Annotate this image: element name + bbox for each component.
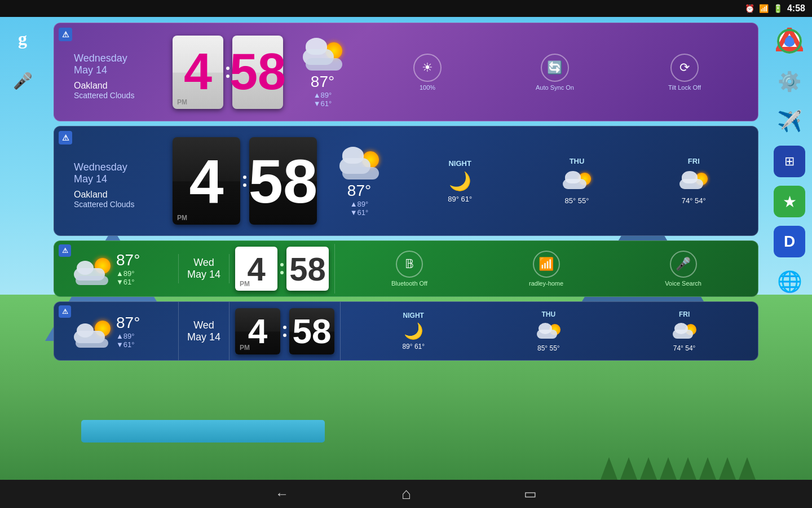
widget4-date-text: May 14 (187, 331, 220, 343)
widget2-warning[interactable]: ⚠ (59, 131, 72, 144)
svg-point-2 (785, 37, 794, 46)
widget3-wifi-control[interactable]: 📶 radley-home (529, 251, 563, 287)
forecast-thu-temp: 85° 55° (565, 196, 589, 205)
battery-icon: 🔋 (773, 4, 783, 13)
widget2-hour: PM 4 (173, 137, 240, 225)
widget1-warning[interactable]: ⚠ (59, 28, 72, 41)
widget1-weather: 87° ▲89° ▼61° (289, 23, 356, 121)
forecast-night: NIGHT 🌙 89° 61° (440, 159, 480, 203)
mic-icon[interactable]: 🎤 (13, 72, 33, 90)
widget4-minute: 58 (289, 308, 334, 354)
widget3-voice-control[interactable]: 🎤 Voice Search (665, 251, 701, 287)
google-icon[interactable]: g (18, 28, 27, 49)
widget3-wifi-label: radley-home (529, 280, 563, 287)
widget2-minute: 58 (249, 137, 317, 225)
widget1-date: May 14 (74, 64, 158, 76)
widget-2: ⚠ Wednesday May 14 Oakland Scattered Clo… (54, 126, 758, 236)
widget1-temp: 87° (311, 73, 334, 91)
alarm-icon: ⏰ (745, 4, 754, 13)
widget1-brightness-label: 100% (420, 84, 435, 91)
forecast4-night: NIGHT 🌙 89° 61° (402, 312, 425, 351)
widget1-temp-range: ▲89° ▼61° (314, 91, 332, 108)
forecast4-fri: FRI 74° 54° (673, 310, 696, 352)
widget4-divider (283, 326, 287, 337)
widget3-voice-label: Voice Search (665, 280, 701, 287)
widget1-day: Wednesday (74, 52, 158, 64)
recent-button[interactable]: ▭ (524, 486, 537, 502)
widget4-clock: PM 4 58 (230, 302, 341, 360)
wifi-icon: 📶 (759, 4, 769, 13)
widget2-pm: PM (177, 214, 187, 222)
widget-4: ⚠ 87° ▲89° ▼61° Wed May 14 PM 4 (54, 301, 758, 361)
widget3-minute: 58 (286, 247, 329, 291)
widget4-day-short: Wed (193, 319, 214, 331)
widget2-divider (242, 176, 247, 187)
widget-1: ⚠ Wednesday May 14 Oakland Scattered Clo… (54, 23, 758, 121)
widget2-temp-range: ▲89° ▼61° (350, 200, 369, 217)
widget1-sync-control[interactable]: 🔄 Auto Sync On (536, 54, 574, 91)
widget4-warning[interactable]: ⚠ (59, 305, 71, 318)
widget3-weather-icon (74, 252, 111, 285)
forecast-fri: FRI 74° 54° (674, 157, 713, 205)
forecast-night-temp: 89° 61° (448, 195, 472, 203)
widget3-date-text: May 14 (187, 269, 220, 281)
circle-app-icon[interactable]: 🌐 (774, 266, 805, 297)
forecast-fri-label: FRI (688, 157, 700, 165)
widget2-forecast: NIGHT 🌙 89° 61° THU 85° 55° FRI (396, 126, 758, 235)
widget1-condition: Scattered Clouds (74, 91, 158, 100)
widget3-warning[interactable]: ⚠ (59, 244, 71, 257)
widget2-clock: PM 4 58 (167, 126, 323, 235)
forecast-fri-temp: 74° 54° (682, 196, 706, 205)
widget3-temps: 87° ▲89° ▼61° (116, 251, 140, 286)
widget1-pm: PM (177, 98, 187, 106)
widget3-day-short: Wed (193, 257, 214, 269)
widget4-hour: PM 4 (235, 308, 280, 354)
widget2-date: May 14 (74, 173, 158, 185)
widget2-day: Wednesday (74, 161, 158, 173)
widget1-minute: 58 (232, 36, 283, 109)
widget1-city: Oakland (74, 81, 158, 91)
widget1-brightness-control[interactable]: ☀ 100% (413, 54, 442, 91)
widget4-weather-icon (74, 315, 111, 348)
main-content: ⚠ Wednesday May 14 Oakland Scattered Clo… (45, 17, 767, 480)
forecast-thu-label: THU (570, 157, 585, 165)
right-sidebar: ⚙️ ✈️ ⊞ ★ D 🌐 (767, 17, 812, 480)
home-button[interactable]: ⌂ (401, 485, 411, 503)
widget4-weather: 87° ▲89° ▼61° (54, 302, 178, 360)
widget2-weather-icon (339, 146, 379, 179)
widget1-tilt-control[interactable]: ⟳ Tilt Lock Off (668, 54, 701, 91)
widget4-forecast: NIGHT 🌙 89° 61° THU 85° 55° FRI (341, 302, 758, 360)
forecast4-thu: THU 85° 55° (537, 310, 561, 352)
widget1-clock: PM 4 58 (167, 23, 289, 121)
grid-app-icon[interactable]: ⊞ (774, 146, 805, 177)
widget4-temp: 87° (116, 314, 140, 332)
forecast-thu: THU 85° 55° (557, 157, 597, 205)
chrome-app-icon[interactable] (774, 25, 805, 57)
widget3-divider (280, 263, 284, 274)
widget1-hour: PM 4 (173, 36, 223, 109)
widget3-date: Wed May 14 (178, 254, 230, 283)
d-app-icon[interactable]: D (774, 226, 805, 257)
plane-app-icon[interactable]: ✈️ (774, 106, 805, 137)
forecast-night-label: NIGHT (448, 159, 471, 168)
widget3-bluetooth-control[interactable]: 𝔹 Bluetooth Off (391, 251, 427, 287)
widget2-city: Oakland (74, 190, 158, 200)
widget4-temps: 87° ▲89° ▼61° (116, 314, 140, 349)
widget3-temp: 87° (116, 251, 140, 269)
widget3-bluetooth-label: Bluetooth Off (391, 280, 427, 287)
back-button[interactable]: ← (275, 486, 289, 502)
widget2-temp: 87° (347, 182, 371, 200)
widget1-weather-icon (303, 37, 342, 71)
star-app-icon[interactable]: ★ (774, 186, 805, 217)
widget4-date: Wed May 14 (178, 302, 230, 360)
nav-bar: ← ⌂ ▭ (0, 480, 812, 508)
widget3-weather: 87° ▲89° ▼61° (54, 248, 178, 289)
widget3-controls: 𝔹 Bluetooth Off 📶 radley-home 🎤 Voice Se… (335, 248, 758, 290)
settings-app-icon[interactable]: ⚙️ (774, 65, 805, 97)
left-sidebar: g 🎤 (0, 17, 45, 480)
widget1-sync-label: Auto Sync On (536, 84, 574, 91)
widget3-clock: PM 4 58 (230, 244, 335, 294)
status-time: 4:58 (787, 3, 805, 14)
status-bar: ⏰ 📶 🔋 4:58 (0, 0, 812, 17)
widget1-tilt-label: Tilt Lock Off (668, 84, 701, 91)
